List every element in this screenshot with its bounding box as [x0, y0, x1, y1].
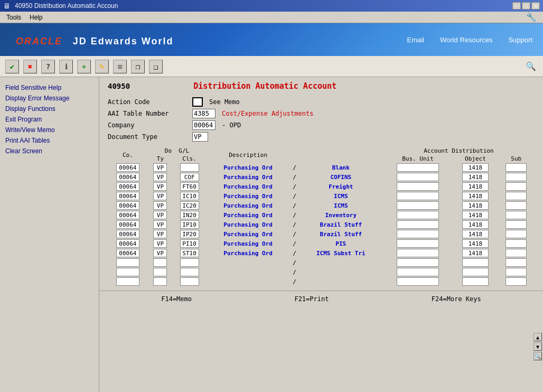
- banner: ORACLE JD Edwards World Email World Reso…: [0, 23, 543, 56]
- f14-key[interactable]: F14=Memo: [161, 295, 192, 303]
- company-name: - OPD: [222, 122, 241, 129]
- scroll-up-button[interactable]: ▲: [533, 333, 542, 341]
- table-row: /: [108, 258, 535, 267]
- table-row: /: [108, 267, 535, 277]
- edit-button[interactable]: ✎: [95, 60, 109, 73]
- form-title: Distribution Automatic Account: [193, 81, 336, 91]
- sidebar-item-field-sensitive-help[interactable]: Field Sensitive Help: [2, 82, 97, 93]
- title-text: 40950 Distribution Automatic Accoun: [15, 2, 118, 10]
- col-header-acct-dist: Account Distribution: [383, 147, 535, 155]
- aai-table-desc: Cost/Expense Adjustments: [222, 110, 313, 117]
- check-button[interactable]: ✔: [5, 60, 19, 73]
- menu-help[interactable]: Help: [25, 13, 47, 22]
- company-label: Company: [108, 122, 192, 129]
- table-row: Purchasing Ord/PIS: [108, 239, 535, 248]
- world-resources-link[interactable]: World Resources: [440, 36, 492, 44]
- sidebar-item-clear-screen[interactable]: Clear Screen: [2, 146, 97, 156]
- aai-table-input[interactable]: [192, 109, 216, 118]
- table-row: Purchasing Ord/ICMS: [108, 201, 535, 210]
- table-row: Purchasing Ord/ICMS: [108, 191, 535, 201]
- banner-nav: Email World Resources Support: [407, 36, 532, 44]
- oracle-text: ORACLE: [16, 36, 62, 46]
- col-header-desc2: [299, 147, 383, 163]
- scroll-search-button[interactable]: 🔍: [533, 352, 542, 360]
- col-header-slash: [290, 147, 299, 163]
- cancel-button[interactable]: ✖: [23, 60, 37, 73]
- table-row: Purchasing Ord/Inventory: [108, 210, 535, 220]
- table-row: Purchasing Ord/ICMS Subst Tri: [108, 248, 535, 258]
- scroll-buttons: ▲ ▼ 🔍: [533, 333, 542, 360]
- close-button[interactable]: ✕: [531, 2, 540, 10]
- sidebar-item-exit-program[interactable]: Exit Program: [2, 114, 97, 125]
- minimize-button[interactable]: ─: [512, 2, 521, 10]
- col-header-bus-unit: Bus. Unit: [383, 155, 453, 163]
- oracle-logo: ORACLE JD Edwards World: [11, 31, 173, 48]
- table-row: Purchasing Ord/COFINS: [108, 172, 535, 182]
- f24-key[interactable]: F24=More Keys: [432, 295, 481, 303]
- table-row: Purchasing Ord/Brazil Stuff: [108, 220, 535, 229]
- sidebar: Field Sensitive Help Display Error Messa…: [0, 77, 99, 392]
- company-row: Company - OPD: [108, 120, 535, 130]
- action-code-input[interactable]: [192, 97, 203, 107]
- menu-bar: Tools Help 🔧: [0, 12, 543, 23]
- toolbar: ✔ ✖ ? ℹ + ✎ ⊠ ❐ ❑ 🔍: [0, 56, 543, 77]
- table-body: Purchasing Ord/BlankPurchasing Ord/COFIN…: [108, 163, 535, 286]
- title-bar: 🖥 40950 Distribution Automatic Accoun ─ …: [0, 0, 543, 12]
- table-row: Purchasing Ord/Blank: [108, 163, 535, 172]
- help-icon: 🔧: [522, 11, 541, 23]
- sidebar-item-write-view-memo[interactable]: Write/View Memo: [2, 125, 97, 135]
- copy-button[interactable]: ❐: [131, 60, 145, 73]
- email-link[interactable]: Email: [407, 36, 424, 44]
- jde-text: JD Edwards World: [73, 36, 174, 46]
- status-bar: F14=Memo F21=Print F24=More Keys: [99, 291, 543, 306]
- scroll-down-button[interactable]: ▼: [533, 342, 542, 351]
- table-row: Purchasing Ord/Freight: [108, 182, 535, 191]
- col-header-do-gl: Do G/L: [148, 147, 206, 155]
- document-type-label: Document Type: [108, 133, 192, 141]
- see-memo-text: See Memo: [209, 98, 240, 106]
- help-button[interactable]: ?: [41, 60, 55, 73]
- document-type-row: Document Type: [108, 132, 535, 142]
- sidebar-item-print-aai-tables[interactable]: Print AAI Tables: [2, 135, 97, 146]
- window-title: 🖥 40950 Distribution Automatic Accoun: [3, 2, 118, 10]
- col-header-cls: Cls.: [173, 155, 206, 163]
- col-header-description: Description: [206, 147, 290, 163]
- search-button[interactable]: 🔍: [524, 60, 538, 73]
- company-input[interactable]: [192, 120, 216, 130]
- content-area: 40950 Distribution Automatic Account Act…: [99, 77, 543, 291]
- support-link[interactable]: Support: [508, 36, 532, 44]
- data-table: Co. Do G/L Description Account Distribut…: [108, 147, 535, 286]
- col-header-ty: Ty: [148, 155, 173, 163]
- window-controls[interactable]: ─ □ ✕: [512, 2, 540, 10]
- sidebar-item-display-error-message[interactable]: Display Error Message: [2, 93, 97, 104]
- document-type-input[interactable]: [192, 132, 208, 142]
- col-header-sub: Sub: [498, 155, 535, 163]
- table-row: /: [108, 277, 535, 286]
- f21-key[interactable]: F21=Print: [294, 295, 329, 303]
- sidebar-item-display-functions[interactable]: Display Functions: [2, 104, 97, 114]
- col-header-co: Co.: [108, 147, 148, 163]
- menu-tools[interactable]: Tools: [2, 13, 25, 22]
- form-title-row: 40950 Distribution Automatic Account: [108, 81, 535, 91]
- col-header-object: Object: [453, 155, 498, 163]
- main-area: Field Sensitive Help Display Error Messa…: [0, 77, 543, 392]
- aai-table-label: AAI Table Number: [108, 110, 192, 117]
- form-number: 40950: [108, 82, 130, 90]
- app-icon: 🖥: [3, 2, 11, 10]
- add-button[interactable]: +: [77, 60, 91, 73]
- content-wrapper: 40950 Distribution Automatic Account Act…: [99, 77, 543, 392]
- action-code-row: Action Code See Memo: [108, 97, 535, 107]
- action-code-label: Action Code: [108, 98, 192, 106]
- table-row: Purchasing Ord/Brazil Stuff: [108, 229, 535, 239]
- info-button[interactable]: ℹ: [59, 60, 73, 73]
- paste-button[interactable]: ❑: [149, 60, 163, 73]
- maximize-button[interactable]: □: [522, 2, 530, 10]
- delete-button[interactable]: ⊠: [113, 60, 127, 73]
- aai-table-row: AAI Table Number Cost/Expense Adjustment…: [108, 109, 535, 118]
